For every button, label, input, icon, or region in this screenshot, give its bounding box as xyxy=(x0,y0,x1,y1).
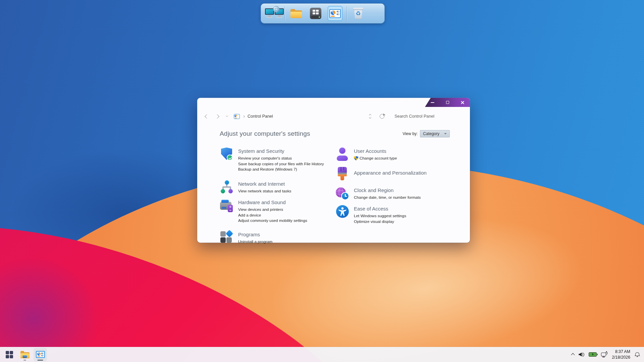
dock-item-control-panel[interactable] xyxy=(327,5,343,21)
breadcrumb-control-panel[interactable]: Control Panel xyxy=(248,114,273,119)
category-link[interactable]: Adjust commonly used mobility settings xyxy=(238,218,307,224)
folder-icon xyxy=(290,9,302,18)
category-title[interactable]: Network and Internet xyxy=(238,181,291,187)
recycle-bin-icon: ♻ xyxy=(353,7,363,19)
active-indicator xyxy=(38,360,43,361)
view-by-group: View by: Category xyxy=(402,130,450,137)
minimize-button[interactable] xyxy=(425,98,440,107)
view-by-dropdown[interactable]: Category xyxy=(420,130,450,137)
category-link[interactable]: View devices and printers xyxy=(238,207,307,213)
category-link[interactable]: Review your computer's status xyxy=(238,156,324,161)
system-security-icon xyxy=(221,147,233,161)
user-accounts-icon xyxy=(336,147,348,161)
maximize-button[interactable] xyxy=(440,98,455,107)
control-panel-icon xyxy=(329,9,341,18)
desktop-dock: ♻ xyxy=(261,3,385,23)
category-clock-and-region: Clock and Region Change date, time, or n… xyxy=(335,187,463,200)
uac-shield-icon xyxy=(354,156,358,161)
category-programs: Programs Uninstall a program xyxy=(220,231,335,245)
category-title[interactable]: System and Security xyxy=(238,148,324,154)
category-user-accounts: User Accounts Change account type xyxy=(335,147,463,161)
appearance-icon xyxy=(337,167,348,181)
taskbar: 8:37 AM 2/18/2026 xyxy=(0,347,644,362)
minimize-icon xyxy=(431,102,434,103)
view-by-label: View by: xyxy=(402,131,418,136)
control-panel-active-highlight xyxy=(328,6,342,21)
windows-start-icon xyxy=(6,351,13,358)
programs-icon xyxy=(220,231,233,244)
search-input[interactable]: Search Control Panel xyxy=(394,114,434,119)
category-link[interactable]: Let Windows suggest settings xyxy=(354,213,406,219)
back-button[interactable] xyxy=(205,114,209,119)
address-dropdown-icon[interactable] xyxy=(369,114,371,118)
tray-date: 2/18/2026 xyxy=(612,355,630,360)
category-link[interactable]: Optimize visual display xyxy=(354,219,406,225)
file-explorer-icon xyxy=(20,351,30,358)
clock-region-icon xyxy=(336,187,349,200)
system-tray: 8:37 AM 2/18/2026 xyxy=(572,347,640,362)
display-hardware-icon[interactable] xyxy=(601,352,607,357)
category-link[interactable]: Uninstall a program xyxy=(238,239,272,245)
volume-icon[interactable] xyxy=(579,352,584,357)
category-title[interactable]: Hardware and Sound xyxy=(238,199,307,205)
category-title[interactable]: Clock and Region xyxy=(354,187,421,193)
dock-item-this-pc[interactable] xyxy=(308,5,324,21)
category-title[interactable]: User Accounts xyxy=(354,148,397,154)
category-title[interactable]: Appearance and Personalization xyxy=(354,170,427,176)
window-caption-controls xyxy=(425,98,470,107)
hardware-sound-icon xyxy=(220,199,233,212)
category-link: Change account type xyxy=(360,156,397,161)
hidden-icons-chevron-icon[interactable] xyxy=(571,353,575,357)
taskbar-clock[interactable]: 8:37 AM 2/18/2026 xyxy=(612,349,630,360)
dock-separator xyxy=(284,6,285,20)
breadcrumb-control-panel-icon xyxy=(234,114,240,119)
maximize-icon xyxy=(446,101,449,104)
category-link[interactable]: Save backup copies of your files with Fi… xyxy=(238,161,324,167)
taskbar-control-panel-button[interactable] xyxy=(34,348,47,361)
network-places-icon xyxy=(265,6,281,21)
chevron-down-icon xyxy=(444,133,447,134)
navigation-bar: Control Panel Search Control Panel xyxy=(203,111,464,121)
page-title: Adjust your computer's settings xyxy=(220,130,310,137)
control-panel-window: Control Panel Search Control Panel Adjus… xyxy=(197,98,470,243)
notifications-bell-icon[interactable] xyxy=(635,352,640,357)
category-hardware-and-sound: Hardware and Sound View devices and prin… xyxy=(220,199,335,224)
recent-pages-chevron-icon[interactable] xyxy=(226,115,228,117)
category-link-uac[interactable]: Change account type xyxy=(354,156,397,161)
breadcrumb-separator-icon xyxy=(243,115,245,117)
view-by-value: Category xyxy=(423,131,439,136)
control-panel-icon xyxy=(36,351,45,358)
category-ease-of-access: Ease of Access Let Windows suggest setti… xyxy=(335,205,463,224)
tray-time: 8:37 AM xyxy=(612,349,630,354)
forward-button[interactable] xyxy=(215,114,219,119)
refresh-icon[interactable] xyxy=(380,114,384,119)
category-system-and-security: System and Security Review your computer… xyxy=(220,147,335,172)
running-indicator xyxy=(23,360,26,361)
ease-of-access-icon xyxy=(336,205,349,218)
category-link[interactable]: Backup and Restore (Windows 7) xyxy=(238,167,324,172)
category-network-and-internet: Network and Internet View network status… xyxy=(220,180,335,194)
dock-item-file-explorer[interactable] xyxy=(288,5,304,21)
dock-separator xyxy=(346,6,347,20)
category-title[interactable]: Programs xyxy=(238,231,272,238)
network-internet-icon xyxy=(220,180,233,194)
this-pc-icon xyxy=(310,8,321,19)
taskbar-file-explorer-button[interactable] xyxy=(18,348,32,361)
start-button[interactable] xyxy=(3,348,16,361)
close-icon xyxy=(461,101,465,105)
dock-item-network-places[interactable] xyxy=(265,5,281,21)
category-link[interactable]: Change date, time, or number formats xyxy=(354,195,421,200)
dock-item-recycle-bin[interactable]: ♻ xyxy=(350,5,366,21)
category-link[interactable]: Add a device xyxy=(238,213,307,218)
battery-charging-icon[interactable] xyxy=(589,352,597,357)
category-link[interactable]: View network status and tasks xyxy=(238,188,291,194)
category-title[interactable]: Ease of Access xyxy=(354,205,406,212)
close-button[interactable] xyxy=(455,98,470,107)
category-appearance-personalization: Appearance and Personalization xyxy=(335,167,463,181)
